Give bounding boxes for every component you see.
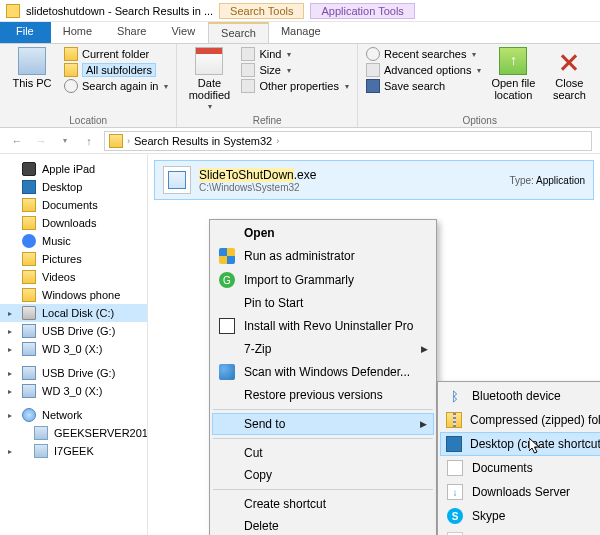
all-subfolders-button[interactable]: All subfolders bbox=[64, 63, 168, 77]
download-icon bbox=[447, 484, 463, 500]
tab-share[interactable]: Share bbox=[105, 22, 159, 43]
sendto-compressed[interactable]: Compressed (zipped) folder bbox=[440, 408, 600, 432]
pc-icon bbox=[34, 444, 48, 458]
sidebar-item[interactable]: ▸WD 3_0 (X:) bbox=[0, 340, 147, 358]
revo-icon bbox=[219, 318, 235, 334]
menu-restore-versions[interactable]: Restore previous versions bbox=[212, 384, 434, 406]
sidebar-item[interactable]: Videos bbox=[0, 268, 147, 286]
sidebar-item[interactable]: Desktop bbox=[0, 178, 147, 196]
sidebar-item-label: Pictures bbox=[42, 253, 82, 265]
other-properties-button[interactable]: Other properties▾ bbox=[241, 79, 348, 93]
expand-icon[interactable]: ▸ bbox=[8, 327, 12, 336]
sidebar-item[interactable]: Documents bbox=[0, 196, 147, 214]
sidebar-item[interactable]: ▸WD 3_0 (X:) bbox=[0, 382, 147, 400]
sidebar-item[interactable]: Windows phone bbox=[0, 286, 147, 304]
back-button[interactable]: ← bbox=[8, 132, 26, 150]
group-label-refine: Refine bbox=[185, 113, 348, 126]
zip-icon bbox=[446, 412, 462, 428]
result-type: Type: Application bbox=[509, 175, 585, 186]
recent-searches-button[interactable]: Recent searches▾ bbox=[366, 47, 481, 61]
tab-manage[interactable]: Manage bbox=[269, 22, 334, 43]
menu-7zip[interactable]: 7-Zip▶ bbox=[212, 338, 434, 360]
close-search-button[interactable]: Close search bbox=[545, 47, 593, 101]
this-pc-button[interactable]: This PC bbox=[8, 47, 56, 89]
bluetooth-icon: ᛒ bbox=[447, 388, 463, 404]
tab-home[interactable]: Home bbox=[51, 22, 105, 43]
tab-search[interactable]: Search bbox=[208, 22, 269, 43]
up-button[interactable]: ↑ bbox=[80, 132, 98, 150]
contextual-tab-application-tools[interactable]: Application Tools bbox=[310, 3, 414, 19]
navigation-pane[interactable]: Apple iPadDesktopDocumentsDownloadsMusic… bbox=[0, 154, 148, 535]
size-button[interactable]: Size▾ bbox=[241, 63, 348, 77]
defender-icon bbox=[219, 364, 235, 380]
search-result-item[interactable]: SlideToShutDown.exe C:\Windows\System32 … bbox=[154, 160, 594, 200]
folder-icon bbox=[64, 47, 78, 61]
usb-icon bbox=[22, 324, 36, 338]
menu-defender[interactable]: Scan with Windows Defender... bbox=[212, 360, 434, 384]
breadcrumb[interactable]: › Search Results in System32 › bbox=[104, 131, 592, 151]
properties-icon bbox=[241, 79, 255, 93]
expand-icon[interactable]: ▸ bbox=[8, 411, 12, 420]
shield-icon bbox=[219, 248, 235, 264]
expand-icon[interactable]: ▸ bbox=[8, 369, 12, 378]
menu-separator bbox=[213, 409, 433, 410]
expand-icon[interactable]: ▸ bbox=[8, 447, 12, 456]
menu-copy[interactable]: Copy bbox=[212, 464, 434, 486]
sidebar-item[interactable]: Downloads bbox=[0, 214, 147, 232]
breadcrumb-segment[interactable]: Search Results in System32 bbox=[134, 135, 272, 147]
sendto-skype[interactable]: SSkype bbox=[440, 504, 600, 528]
menu-run-as-admin[interactable]: Run as administrator bbox=[212, 244, 434, 268]
sidebar-item[interactable]: ▸USB Drive (G:) bbox=[0, 364, 147, 382]
ribbon-group-options: Recent searches▾ Advanced options▾ Save … bbox=[358, 44, 600, 127]
sidebar-item-label: Windows phone bbox=[42, 289, 120, 301]
sidebar-item[interactable]: GEEKSERVER2011 bbox=[0, 424, 147, 442]
sidebar-item-label: I7GEEK bbox=[54, 445, 94, 457]
sidebar-item[interactable]: Apple iPad bbox=[0, 160, 147, 178]
sidebar-item[interactable]: Music bbox=[0, 232, 147, 250]
context-menu: Open Run as administrator GImport to Gra… bbox=[209, 219, 437, 535]
save-search-button[interactable]: Save search bbox=[366, 79, 481, 93]
menu-separator bbox=[213, 489, 433, 490]
menu-delete[interactable]: Delete bbox=[212, 515, 434, 535]
menu-grammarly[interactable]: GImport to Grammarly bbox=[212, 268, 434, 292]
group-label-location: Location bbox=[8, 113, 168, 126]
menu-cut[interactable]: Cut bbox=[212, 442, 434, 464]
desktop-icon bbox=[446, 436, 462, 452]
tab-view[interactable]: View bbox=[159, 22, 208, 43]
current-folder-button[interactable]: Current folder bbox=[64, 47, 168, 61]
sendto-desktop-shortcut[interactable]: Desktop (create shortcut) bbox=[440, 432, 600, 456]
ribbon-group-location: This PC Current folder All subfolders Se… bbox=[0, 44, 177, 127]
menu-open[interactable]: Open bbox=[212, 222, 434, 244]
expand-icon[interactable]: ▸ bbox=[8, 387, 12, 396]
sidebar-item[interactable]: Pictures bbox=[0, 250, 147, 268]
menu-send-to[interactable]: Send to▶ bbox=[212, 413, 434, 435]
sidebar-item[interactable]: ▸I7GEEK bbox=[0, 442, 147, 460]
kind-icon bbox=[241, 47, 255, 61]
menu-revo[interactable]: Install with Revo Uninstaller Pro bbox=[212, 314, 434, 338]
kind-button[interactable]: Kind▾ bbox=[241, 47, 348, 61]
sendto-slack[interactable]: Slack bbox=[440, 528, 600, 535]
sendto-downloads-server[interactable]: Downloads Server bbox=[440, 480, 600, 504]
tab-file[interactable]: File bbox=[0, 22, 51, 43]
sendto-documents[interactable]: Documents bbox=[440, 456, 600, 480]
contextual-tab-search-tools[interactable]: Search Tools bbox=[219, 3, 304, 19]
expand-icon[interactable]: ▸ bbox=[8, 345, 12, 354]
sendto-bluetooth[interactable]: ᛒBluetooth device bbox=[440, 384, 600, 408]
date-modified-button[interactable]: Date modified ▾ bbox=[185, 47, 233, 112]
open-file-location-button[interactable]: Open file location bbox=[489, 47, 537, 101]
chevron-right-icon: ▶ bbox=[420, 419, 427, 429]
clock-icon bbox=[366, 47, 380, 61]
forward-button[interactable]: → bbox=[32, 132, 50, 150]
menu-create-shortcut[interactable]: Create shortcut bbox=[212, 493, 434, 515]
recent-locations-button[interactable]: ▾ bbox=[56, 132, 74, 150]
expand-icon[interactable]: ▸ bbox=[8, 309, 12, 318]
sidebar-item[interactable]: ▸USB Drive (G:) bbox=[0, 322, 147, 340]
disk-icon bbox=[22, 306, 36, 320]
search-again-button[interactable]: Search again in▾ bbox=[64, 79, 168, 93]
sidebar-item[interactable]: ▸Network bbox=[0, 406, 147, 424]
window-title: slidetoshutdown - Search Results in ... bbox=[26, 5, 213, 17]
advanced-options-button[interactable]: Advanced options▾ bbox=[366, 63, 481, 77]
address-bar: ← → ▾ ↑ › Search Results in System32 › bbox=[0, 128, 600, 154]
sidebar-item[interactable]: ▸Local Disk (C:) bbox=[0, 304, 147, 322]
menu-pin-to-start[interactable]: Pin to Start bbox=[212, 292, 434, 314]
